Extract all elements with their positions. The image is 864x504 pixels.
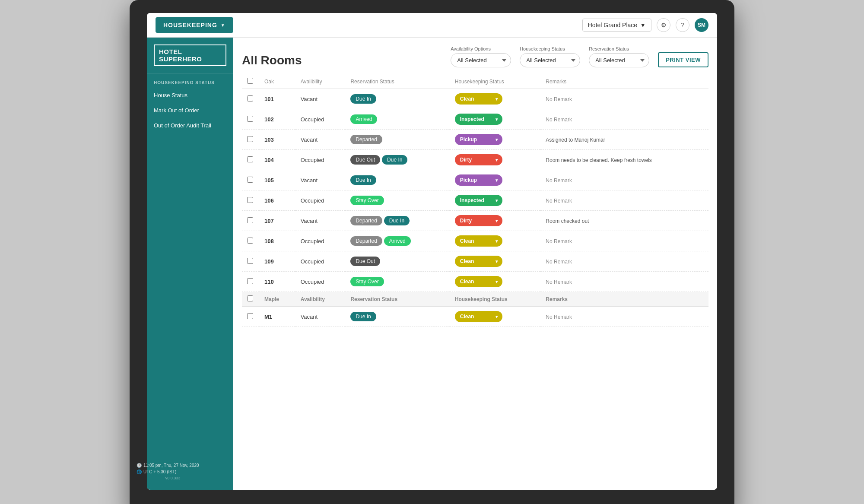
- hk-status-dropdown[interactable]: Clean ▼: [455, 235, 502, 247]
- room-reservation-status: Arrived: [345, 109, 449, 130]
- room-hk-status: Clean ▼: [450, 307, 541, 327]
- maple-col-reservation-status: Reservation Status: [345, 292, 449, 307]
- hotel-dropdown-arrow-icon: ▼: [640, 22, 646, 29]
- room-availability: Occupied: [295, 150, 346, 170]
- filters-area: Availability Options All Selected Housek…: [451, 46, 649, 67]
- table-row: 108OccupiedDepartedArrived Clean ▼ No Re…: [242, 231, 708, 251]
- hk-dropdown-arrow-icon: ▼: [491, 114, 502, 124]
- badge-due-in: Due In: [350, 94, 376, 104]
- oak-section-header: Oak Avalibility Reservation Status House…: [242, 74, 708, 89]
- help-button[interactable]: ?: [676, 18, 689, 32]
- hk-dropdown-arrow-icon: ▼: [491, 155, 502, 165]
- sidebar-footer: 🕐 11:05 pm, Thu, 27 Nov, 2020 🌐 UTC + 5.…: [147, 458, 216, 485]
- room-checkbox-102[interactable]: [247, 116, 253, 122]
- room-checkbox-109[interactable]: [247, 258, 253, 264]
- table-row: 110OccupiedStay Over Clean ▼ No Remark: [242, 272, 708, 292]
- col-hk-status: Housekeeping Status: [450, 74, 541, 89]
- room-checkbox-110[interactable]: [247, 278, 253, 284]
- hk-status-dropdown[interactable]: Inspected ▼: [455, 195, 502, 206]
- room-checkbox-107[interactable]: [247, 217, 253, 223]
- hk-status-label: Dirty: [455, 215, 491, 226]
- room-availability: Occupied: [295, 190, 346, 211]
- sidebar-item-house-status[interactable]: House Status: [147, 88, 233, 103]
- room-hk-status: Pickup ▼: [450, 130, 541, 150]
- hk-status-label: Inspected: [455, 114, 491, 125]
- hk-status-label: Inspected: [455, 195, 491, 206]
- hk-status-label: Clean: [455, 276, 491, 287]
- room-remark: Room checked out: [546, 218, 589, 224]
- sidebar-timezone: 🌐 UTC + 5.30 (IST): [147, 469, 209, 474]
- badge-due-in: Due In: [382, 155, 407, 165]
- sidebar-item-audit-trail[interactable]: Out of Order Audit Trail: [147, 118, 233, 133]
- room-checkbox-105[interactable]: [247, 177, 253, 183]
- table-row: 107VacantDepartedDue In Dirty ▼ Room che…: [242, 211, 708, 231]
- reservation-filter-select[interactable]: All Selected: [589, 53, 649, 67]
- room-reservation-status: Due OutDue In: [345, 150, 449, 170]
- room-hk-status: Dirty ▼: [450, 150, 541, 170]
- availability-filter-select[interactable]: All Selected: [451, 53, 511, 67]
- housekeeping-filter-select[interactable]: All Selected: [520, 53, 580, 67]
- print-view-button[interactable]: PRINT VIEW: [658, 52, 708, 67]
- hk-status-dropdown[interactable]: Clean ▼: [455, 276, 502, 287]
- hk-dropdown-arrow-icon: ▼: [491, 312, 502, 322]
- room-checkbox-103[interactable]: [247, 136, 253, 142]
- maple-section-header-row: Maple Avalibility Reservation Status Hou…: [242, 292, 708, 307]
- housekeeping-filter-group: Housekeeping Status All Selected: [520, 46, 580, 67]
- hk-status-dropdown[interactable]: Pickup ▼: [455, 174, 502, 186]
- hk-status-dropdown[interactable]: Inspected ▼: [455, 114, 502, 125]
- room-checkbox-106[interactable]: [247, 197, 253, 203]
- hotel-dropdown[interactable]: Hotel Grand Place ▼: [582, 19, 651, 32]
- housekeeping-label: HOUSEKEEPING: [163, 22, 217, 29]
- room-number: 108: [264, 238, 274, 244]
- select-all-maple-checkbox[interactable]: [247, 295, 253, 301]
- rooms-table: Oak Avalibility Reservation Status House…: [242, 74, 708, 327]
- room-reservation-status: Due In: [345, 170, 449, 190]
- select-all-oak-checkbox[interactable]: [247, 78, 253, 84]
- badge-arrived: Arrived: [350, 114, 377, 124]
- room-remark: Room needs to be cleaned. Keep fresh tow…: [546, 157, 651, 163]
- room-number: 102: [264, 116, 274, 123]
- table-row: 105VacantDue In Pickup ▼ No Remark: [242, 170, 708, 190]
- hk-status-label: Pickup: [455, 174, 491, 186]
- hk-dropdown-arrow-icon: ▼: [491, 236, 502, 246]
- maple-col-remarks: Remarks: [540, 292, 708, 307]
- room-availability: Occupied: [295, 231, 346, 251]
- hk-dropdown-arrow-icon: ▼: [491, 135, 502, 145]
- badge-departed: Departed: [350, 135, 382, 144]
- housekeeping-menu-button[interactable]: HOUSEKEEPING ▼: [156, 17, 233, 33]
- dropdown-arrow-icon: ▼: [221, 23, 226, 28]
- room-remark: No Remark: [546, 96, 572, 102]
- settings-icon: ⚙: [661, 22, 667, 29]
- badge-stay-over: Stay Over: [350, 277, 384, 286]
- sidebar-item-mark-out-of-order[interactable]: Mark Out of Order: [147, 103, 233, 118]
- hk-status-dropdown[interactable]: Dirty ▼: [455, 154, 502, 165]
- user-avatar[interactable]: SM: [695, 18, 708, 32]
- room-checkbox-M1[interactable]: [247, 313, 253, 319]
- room-remark: No Remark: [546, 314, 572, 320]
- hk-status-dropdown[interactable]: Clean ▼: [455, 93, 502, 105]
- room-number: 103: [264, 136, 274, 143]
- room-hk-status: Clean ▼: [450, 272, 541, 292]
- room-checkbox-101[interactable]: [247, 95, 253, 101]
- hk-status-dropdown[interactable]: Clean ▼: [455, 311, 502, 322]
- badge-departed: Departed: [350, 236, 382, 246]
- badge-due-in: Due In: [350, 175, 376, 185]
- hk-dropdown-arrow-icon: ▼: [491, 257, 502, 266]
- hk-dropdown-arrow-icon: ▼: [491, 196, 502, 206]
- maple-col-availability: Avalibility: [295, 292, 346, 307]
- room-remark: No Remark: [546, 178, 572, 184]
- table-row: 109OccupiedDue Out Clean ▼ No Remark: [242, 251, 708, 272]
- settings-button[interactable]: ⚙: [657, 18, 670, 32]
- room-reservation-status: Stay Over: [345, 190, 449, 211]
- room-checkbox-104[interactable]: [247, 156, 253, 162]
- col-reservation-status: Reservation Status: [345, 74, 449, 89]
- housekeeping-filter-label: Housekeeping Status: [520, 46, 580, 51]
- hk-status-dropdown[interactable]: Pickup ▼: [455, 134, 502, 145]
- hk-status-dropdown[interactable]: Dirty ▼: [455, 215, 502, 226]
- room-remark: No Remark: [546, 259, 572, 265]
- hk-status-dropdown[interactable]: Clean ▼: [455, 256, 502, 267]
- table-row: 106OccupiedStay Over Inspected ▼ No Rema…: [242, 190, 708, 211]
- room-checkbox-108[interactable]: [247, 238, 253, 244]
- room-availability: Vacant: [295, 170, 346, 190]
- hotel-selector: Hotel Grand Place ▼ ⚙ ? SM: [582, 18, 708, 32]
